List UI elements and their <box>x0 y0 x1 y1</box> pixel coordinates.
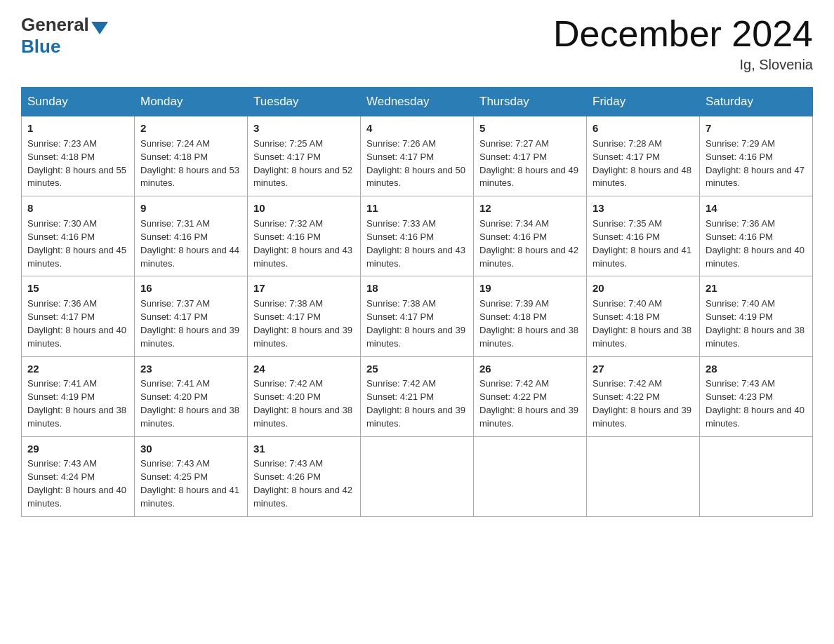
calendar-day-cell <box>361 436 474 516</box>
calendar-week-row: 8 Sunrise: 7:30 AMSunset: 4:16 PMDayligh… <box>22 196 813 276</box>
day-of-week-header: Saturday <box>700 88 813 116</box>
calendar-week-row: 1 Sunrise: 7:23 AMSunset: 4:18 PMDayligh… <box>22 116 813 196</box>
day-number: 29 <box>27 441 128 457</box>
day-info: Sunrise: 7:39 AMSunset: 4:18 PMDaylight:… <box>479 298 578 349</box>
day-number: 19 <box>479 281 581 296</box>
day-of-week-header: Wednesday <box>361 88 474 116</box>
day-number: 11 <box>366 201 468 216</box>
day-info: Sunrise: 7:33 AMSunset: 4:16 PMDaylight:… <box>366 218 465 269</box>
calendar-day-cell: 13 Sunrise: 7:35 AMSunset: 4:16 PMDaylig… <box>587 196 700 276</box>
calendar-day-cell <box>587 436 700 516</box>
calendar-day-cell: 25 Sunrise: 7:42 AMSunset: 4:21 PMDaylig… <box>361 356 474 436</box>
day-info: Sunrise: 7:35 AMSunset: 4:16 PMDaylight:… <box>593 218 691 269</box>
day-info: Sunrise: 7:23 AMSunset: 4:18 PMDaylight:… <box>27 138 126 189</box>
calendar-day-cell: 31 Sunrise: 7:43 AMSunset: 4:26 PMDaylig… <box>248 436 361 516</box>
calendar-day-cell: 7 Sunrise: 7:29 AMSunset: 4:16 PMDayligh… <box>700 116 813 196</box>
day-number: 7 <box>706 121 807 136</box>
day-number: 15 <box>27 281 128 296</box>
calendar-day-cell: 23 Sunrise: 7:41 AMSunset: 4:20 PMDaylig… <box>135 356 248 436</box>
day-number: 26 <box>479 361 581 377</box>
calendar-header-row: SundayMondayTuesdayWednesdayThursdayFrid… <box>22 88 813 116</box>
day-info: Sunrise: 7:32 AMSunset: 4:16 PMDaylight:… <box>253 218 352 269</box>
day-number: 6 <box>593 121 694 136</box>
day-info: Sunrise: 7:42 AMSunset: 4:21 PMDaylight:… <box>366 378 465 429</box>
day-number: 22 <box>27 361 128 377</box>
day-info: Sunrise: 7:43 AMSunset: 4:24 PMDaylight:… <box>27 458 126 509</box>
day-of-week-header: Friday <box>587 88 700 116</box>
day-number: 17 <box>253 281 355 296</box>
calendar-day-cell: 18 Sunrise: 7:38 AMSunset: 4:17 PMDaylig… <box>361 276 474 356</box>
day-of-week-header: Thursday <box>474 88 587 116</box>
day-info: Sunrise: 7:38 AMSunset: 4:17 PMDaylight:… <box>366 298 465 349</box>
calendar-day-cell: 9 Sunrise: 7:31 AMSunset: 4:16 PMDayligh… <box>135 196 248 276</box>
day-info: Sunrise: 7:30 AMSunset: 4:16 PMDaylight:… <box>27 218 126 269</box>
day-number: 8 <box>27 201 128 216</box>
logo-blue-text: Blue <box>21 36 60 58</box>
calendar-day-cell <box>474 436 587 516</box>
calendar-day-cell: 28 Sunrise: 7:43 AMSunset: 4:23 PMDaylig… <box>700 356 813 436</box>
day-number: 9 <box>140 201 241 216</box>
location-label: Ig, Slovenia <box>553 57 813 73</box>
day-number: 28 <box>706 361 807 377</box>
calendar-day-cell: 10 Sunrise: 7:32 AMSunset: 4:16 PMDaylig… <box>248 196 361 276</box>
day-info: Sunrise: 7:25 AMSunset: 4:17 PMDaylight:… <box>253 138 352 189</box>
day-info: Sunrise: 7:42 AMSunset: 4:22 PMDaylight:… <box>479 378 578 429</box>
calendar-day-cell: 21 Sunrise: 7:40 AMSunset: 4:19 PMDaylig… <box>700 276 813 356</box>
day-info: Sunrise: 7:29 AMSunset: 4:16 PMDaylight:… <box>706 138 805 189</box>
calendar-day-cell: 17 Sunrise: 7:38 AMSunset: 4:17 PMDaylig… <box>248 276 361 356</box>
calendar-week-row: 22 Sunrise: 7:41 AMSunset: 4:19 PMDaylig… <box>22 356 813 436</box>
calendar-table: SundayMondayTuesdayWednesdayThursdayFrid… <box>21 87 813 517</box>
day-number: 10 <box>253 201 355 216</box>
calendar-day-cell: 29 Sunrise: 7:43 AMSunset: 4:24 PMDaylig… <box>22 436 135 516</box>
day-number: 13 <box>593 201 694 216</box>
day-number: 30 <box>140 441 241 457</box>
calendar-day-cell: 4 Sunrise: 7:26 AMSunset: 4:17 PMDayligh… <box>361 116 474 196</box>
calendar-week-row: 29 Sunrise: 7:43 AMSunset: 4:24 PMDaylig… <box>22 436 813 516</box>
day-number: 12 <box>479 201 581 216</box>
calendar-day-cell: 19 Sunrise: 7:39 AMSunset: 4:18 PMDaylig… <box>474 276 587 356</box>
day-number: 27 <box>593 361 694 377</box>
day-info: Sunrise: 7:38 AMSunset: 4:17 PMDaylight:… <box>253 298 352 349</box>
day-number: 16 <box>140 281 241 296</box>
day-info: Sunrise: 7:28 AMSunset: 4:17 PMDaylight:… <box>593 138 691 189</box>
day-number: 20 <box>593 281 694 296</box>
day-number: 23 <box>140 361 241 377</box>
day-number: 3 <box>253 121 355 136</box>
day-info: Sunrise: 7:26 AMSunset: 4:17 PMDaylight:… <box>366 138 465 189</box>
day-number: 21 <box>706 281 807 296</box>
page-header: General Blue December 2024 Ig, Slovenia <box>21 14 813 73</box>
calendar-day-cell <box>700 436 813 516</box>
day-number: 31 <box>253 441 355 457</box>
day-of-week-header: Monday <box>135 88 248 116</box>
day-info: Sunrise: 7:36 AMSunset: 4:17 PMDaylight:… <box>27 298 126 349</box>
day-info: Sunrise: 7:41 AMSunset: 4:20 PMDaylight:… <box>140 378 239 429</box>
day-info: Sunrise: 7:43 AMSunset: 4:25 PMDaylight:… <box>140 458 239 509</box>
day-info: Sunrise: 7:36 AMSunset: 4:16 PMDaylight:… <box>706 218 805 269</box>
calendar-day-cell: 27 Sunrise: 7:42 AMSunset: 4:22 PMDaylig… <box>587 356 700 436</box>
day-info: Sunrise: 7:37 AMSunset: 4:17 PMDaylight:… <box>140 298 239 349</box>
day-number: 4 <box>366 121 468 136</box>
day-number: 1 <box>27 121 128 136</box>
calendar-day-cell: 26 Sunrise: 7:42 AMSunset: 4:22 PMDaylig… <box>474 356 587 436</box>
day-number: 14 <box>706 201 807 216</box>
calendar-day-cell: 22 Sunrise: 7:41 AMSunset: 4:19 PMDaylig… <box>22 356 135 436</box>
day-info: Sunrise: 7:41 AMSunset: 4:19 PMDaylight:… <box>27 378 126 429</box>
day-info: Sunrise: 7:40 AMSunset: 4:18 PMDaylight:… <box>593 298 691 349</box>
calendar-day-cell: 15 Sunrise: 7:36 AMSunset: 4:17 PMDaylig… <box>22 276 135 356</box>
day-number: 24 <box>253 361 355 377</box>
day-number: 5 <box>479 121 581 136</box>
calendar-day-cell: 12 Sunrise: 7:34 AMSunset: 4:16 PMDaylig… <box>474 196 587 276</box>
calendar-day-cell: 24 Sunrise: 7:42 AMSunset: 4:20 PMDaylig… <box>248 356 361 436</box>
day-number: 2 <box>140 121 241 136</box>
day-info: Sunrise: 7:40 AMSunset: 4:19 PMDaylight:… <box>706 298 805 349</box>
calendar-day-cell: 3 Sunrise: 7:25 AMSunset: 4:17 PMDayligh… <box>248 116 361 196</box>
calendar-day-cell: 6 Sunrise: 7:28 AMSunset: 4:17 PMDayligh… <box>587 116 700 196</box>
calendar-day-cell: 16 Sunrise: 7:37 AMSunset: 4:17 PMDaylig… <box>135 276 248 356</box>
day-info: Sunrise: 7:31 AMSunset: 4:16 PMDaylight:… <box>140 218 239 269</box>
day-info: Sunrise: 7:27 AMSunset: 4:17 PMDaylight:… <box>479 138 578 189</box>
calendar-week-row: 15 Sunrise: 7:36 AMSunset: 4:17 PMDaylig… <box>22 276 813 356</box>
calendar-day-cell: 8 Sunrise: 7:30 AMSunset: 4:16 PMDayligh… <box>22 196 135 276</box>
day-info: Sunrise: 7:43 AMSunset: 4:26 PMDaylight:… <box>253 458 352 509</box>
day-number: 18 <box>366 281 468 296</box>
calendar-day-cell: 30 Sunrise: 7:43 AMSunset: 4:25 PMDaylig… <box>135 436 248 516</box>
